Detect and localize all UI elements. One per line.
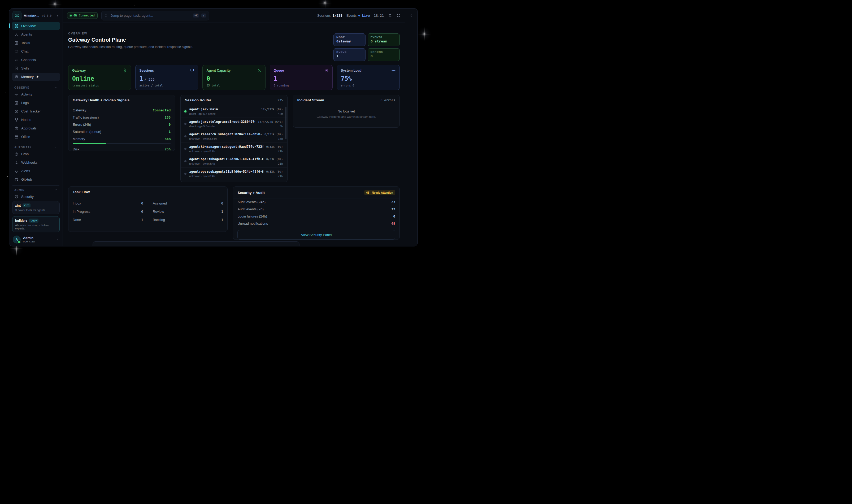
user-menu[interactable]: A Admin openclaw [12, 234, 60, 244]
metric-sublabel: transport status [72, 84, 127, 87]
panel-header: Gateway Health + Golden Signals [69, 95, 175, 105]
bell-icon[interactable] [388, 13, 392, 18]
task-flow-cell-backlog: Backlog1 [148, 216, 228, 224]
github-icon [14, 178, 19, 182]
sidebar-item-cron[interactable]: Cron [12, 150, 60, 158]
agents-icon [14, 32, 19, 37]
sidebar-item-cost-tracker[interactable]: Cost Tracker [12, 107, 60, 115]
panel-header: Session Router 235 [181, 95, 287, 105]
green-status-dot [70, 15, 72, 16]
section-header-admin[interactable]: ADMIN [12, 187, 60, 193]
sidebar-item-tasks[interactable]: Tasks [12, 39, 60, 47]
sidebar-item-label: Nodes [21, 118, 31, 122]
scrollbar-thumb[interactable] [285, 107, 287, 139]
session-row[interactable]: agent:ops:subagent:152d2061-e074-41fb-8e… [181, 155, 287, 168]
promo-card-builderz[interactable]: builderz.devAI-native dev shop · Solana … [12, 216, 60, 232]
session-row[interactable]: agent:kb-manager:subagent:9aed797e-723f-… [181, 143, 287, 155]
session-meta: direct · gpt-5.3-codex [189, 112, 258, 116]
session-name: agent:kb-manager:subagent:9aed797e-723f-… [189, 145, 264, 149]
global-search[interactable]: ⌘K / [101, 11, 209, 20]
sidebar-item-overview[interactable]: Overview [12, 22, 60, 30]
task-flow-cell-review: Review1 [148, 208, 228, 216]
sidebar-nav: OverviewAgentsTasksChatChannelsSkillsMem… [12, 22, 60, 81]
sidebar-item-channels[interactable]: Channels [12, 56, 60, 64]
section-header-observe[interactable]: OBSERVE [12, 85, 60, 90]
task-flow-cell-assigned: Assigned0 [148, 199, 228, 208]
approvals-icon [14, 126, 19, 130]
sidebar-item-security[interactable]: Security [12, 193, 60, 201]
promo-card-xint[interactable]: xintCLIX power tools for agents. [12, 201, 60, 214]
session-name: agent:ops:subagent:21b5fd0e-524b-48f0-99… [189, 169, 264, 174]
memory-progress-bar [73, 143, 170, 144]
chevron-down-icon [54, 188, 58, 192]
gateway-connection-badge: GW Connected [67, 12, 97, 19]
needs-attention-badge: 65 - Needs Attention [364, 190, 395, 195]
sidebar-item-label: Cron [21, 152, 29, 156]
sidebar-item-memory[interactable]: Memory [12, 73, 60, 81]
sidebar-item-activity[interactable]: Activity [12, 90, 60, 98]
chevron-down-icon [54, 86, 58, 89]
sidebar-item-alerts[interactable]: Alerts [12, 167, 60, 175]
session-meta: unknown · qwen3:4b [189, 175, 264, 178]
expand-panel-chevron-left-icon[interactable] [410, 14, 414, 18]
search-input[interactable] [110, 13, 191, 18]
session-meta: unknown · qwen3:4b [189, 150, 264, 153]
sidebar-item-office[interactable]: Office [12, 133, 60, 141]
listdoc-icon [324, 68, 329, 73]
sidebar-item-label: Security [21, 195, 34, 199]
session-row[interactable]: agent:jarv:telegram:direct:328940762dire… [181, 118, 287, 130]
sidebar-item-approvals[interactable]: Approvals [12, 124, 60, 132]
session-meta: unknown · qwen3.5:9b [189, 137, 262, 141]
sidebar-item-label: Approvals [21, 126, 37, 130]
session-usage: 0/33k (0%) [266, 145, 283, 149]
cost-tracker-icon [14, 109, 19, 113]
webhooks-icon [14, 161, 19, 165]
monitor-icon [190, 68, 194, 73]
security-icon [14, 195, 19, 199]
sidebar-item-chat[interactable]: Chat [12, 47, 60, 55]
logs-icon [14, 101, 19, 105]
session-age: 15h [265, 137, 283, 141]
sidebar-item-nodes[interactable]: Nodes [12, 116, 60, 124]
sidebar-item-label: Activity [21, 92, 32, 96]
smiley-icon[interactable] [396, 13, 401, 18]
sidebar-item-github[interactable]: GitHub [12, 175, 60, 183]
section-header-automate[interactable]: AUTOMATE [12, 145, 60, 150]
view-security-panel-button[interactable]: View Security Panel [237, 230, 395, 239]
sidebar-promo-cards: xintCLIX power tools for agents.builderz… [12, 201, 60, 234]
metric-card-sessions[interactable]: Sessions1/ 235active / total [135, 65, 198, 90]
session-age: 3h [258, 125, 283, 128]
session-age: 21h [266, 162, 283, 165]
health-row-memory: Memory34% [69, 135, 175, 142]
sidebar-item-logs[interactable]: Logs [12, 99, 60, 107]
sidebar-item-webhooks[interactable]: Webhooks [12, 158, 60, 167]
sidebar-item-label: Chat [21, 49, 29, 53]
session-row[interactable]: agent:research:subagent:820a711e-db5b-4e… [181, 130, 287, 143]
sidebar-sections: OBSERVEActivityLogsCost TrackerNodesAppr… [12, 81, 60, 201]
metric-value: Online [72, 75, 127, 82]
tasks-icon [14, 41, 19, 45]
empty-title: No logs yet [293, 109, 399, 113]
session-status-dot [184, 135, 186, 138]
metric-card-queue[interactable]: Queue10 running [270, 65, 333, 90]
metric-sublabel: errors 0 [341, 84, 396, 87]
metric-card-gateway[interactable]: GatewayOnlinetransport status [68, 65, 131, 90]
app-title: Mission... [24, 14, 39, 18]
session-row[interactable]: agent:jarv:maindirect · gpt-5.3-codex17k… [181, 105, 287, 118]
sidebar-collapse-icon[interactable] [56, 14, 59, 18]
sidebar-item-label: Alerts [21, 169, 30, 173]
session-row[interactable]: agent:ops:subagent:21b5fd0e-524b-48f0-99… [181, 168, 287, 180]
sidebar-item-skills[interactable]: Skills [12, 64, 60, 72]
sessions-counter: Sessions 1/235 [317, 14, 342, 18]
session-usage: 0/131k (0%) [265, 132, 283, 136]
metric-sublabel: 35 total [206, 84, 261, 87]
metric-card-system-load[interactable]: System Load75%errors 0 [337, 65, 400, 90]
gateway-health-panel: Gateway Health + Golden Signals GatewayC… [68, 95, 175, 151]
sidebar-item-agents[interactable]: Agents [12, 30, 60, 38]
sidebar-item-label: Skills [21, 66, 29, 70]
session-row[interactable]: agent:ops:subagent:… [181, 180, 287, 181]
chevron-down-icon [54, 146, 58, 149]
sidebar-item-label: Office [21, 135, 30, 139]
metric-card-agent-capacity[interactable]: Agent Capacity035 total [202, 65, 265, 90]
metric-value: 75% [341, 75, 396, 82]
